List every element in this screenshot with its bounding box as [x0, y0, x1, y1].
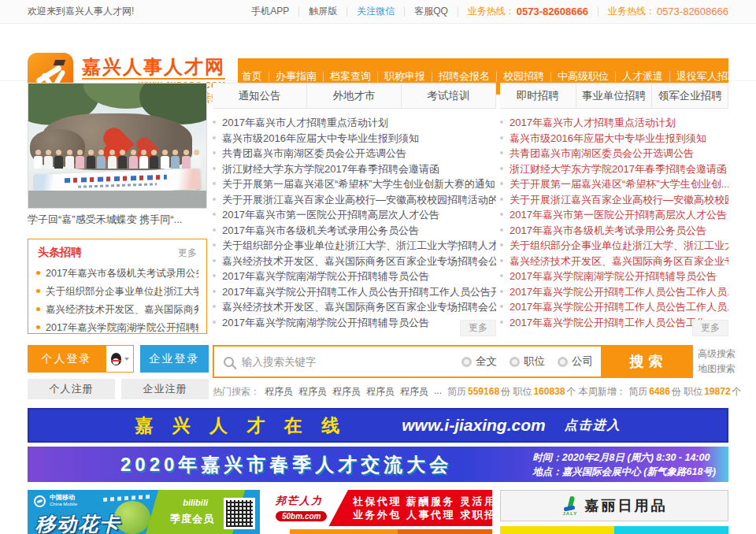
jobs-item[interactable]: 共青团嘉兴市南湖区委员会公开选调公告: [500, 146, 728, 161]
hot-search-term[interactable]: 程序员: [332, 385, 361, 399]
notice-item[interactable]: 2017年嘉兴学院公开招聘工作人员公告开招聘工作人员公告开...: [213, 284, 496, 300]
jobs-item[interactable]: 嘉兴经济技术开发区、嘉兴国际商务区百家企业专...: [500, 254, 728, 269]
nav-item[interactable]: 首页: [228, 69, 262, 83]
jobs-item[interactable]: 关于开展浙江嘉兴百家企业高校行—安徽高校校园...: [500, 192, 728, 208]
bangmang-services: 社保代理 薪酬服务 灵活用工 业务外包 人事代理 求职招聘: [353, 495, 492, 521]
hot-search-term[interactable]: 程序员: [265, 385, 293, 399]
topbar-link[interactable]: 客服QQ: [414, 5, 468, 18]
headline-item[interactable]: 嘉兴经济技术开发区、嘉兴国际商务...: [36, 301, 198, 319]
hot-search-term[interactable]: 程序员: [366, 385, 395, 399]
personal-register-button[interactable]: 个人注册: [28, 379, 115, 399]
jobs-tabs: 即时招聘事业单位招聘领军企业招聘: [500, 83, 728, 109]
personal-login-button[interactable]: 个人登录: [28, 345, 106, 373]
jobs-item[interactable]: 2017年嘉兴市各级机关考试录用公务员公告: [500, 223, 728, 239]
notice-item[interactable]: 浙江财经大学东方学院2017年春季招聘会邀请函: [213, 161, 496, 177]
jiaxing-talent-online-banner[interactable]: 嘉 兴 人 才 在 线 www.i-jiaxing.com 点击进入: [28, 408, 728, 443]
nav-item[interactable]: 校园招聘: [490, 69, 544, 83]
photo-caption[interactable]: 学子回“嘉”感受禾城蝶变 携手同“...: [28, 213, 209, 227]
hot-search-term[interactable]: 程序员: [400, 385, 428, 399]
map-search-link[interactable]: 地图搜索: [698, 362, 729, 376]
spring-job-fair-banner[interactable]: 2020年嘉兴市春季人才交流大会 时间：2020年2月8日 (周六) 8:30 …: [28, 447, 728, 482]
nav-item[interactable]: 退役军人招聘: [663, 69, 738, 83]
advanced-search-link[interactable]: 高级搜索: [698, 347, 729, 362]
nav-item[interactable]: 办事指南: [262, 69, 317, 83]
partial-ad: [500, 526, 728, 534]
ad-promo-text: 季度会员: [170, 512, 214, 526]
headline-item[interactable]: 关于组织部分企事业单位赴浙江大学...: [36, 283, 198, 301]
jobs-tab[interactable]: 即时招聘: [500, 83, 576, 109]
photo-people-row: [33, 150, 202, 169]
jobs-item[interactable]: 浙江财经大学东方学院2017年春季招聘会邀请函: [500, 161, 728, 177]
jobs-more-link[interactable]: 更多: [692, 320, 728, 336]
fair-info: 时间：2020年2月8日 (周六) 8:30 - 14:00 地点：嘉兴国际会展…: [532, 451, 716, 479]
site-stats: 简历559168份 职位160838个 本周新增： 简历6486份 职位1987…: [447, 385, 742, 399]
notice-item[interactable]: 2017年嘉兴市第一医院公开招聘高层次人才公告: [213, 207, 496, 223]
bangmang-url: 50bm.com: [276, 511, 327, 521]
notice-item[interactable]: 2017年嘉兴市各级机关考试录用公务员公告: [213, 223, 496, 239]
jobs-tab[interactable]: 事业单位招聘: [576, 83, 653, 109]
jaly-logo-icon: JALY: [561, 496, 579, 515]
topbar-link[interactable]: 触屏版: [309, 5, 357, 18]
ad-headline: 移动花卡: [35, 511, 120, 534]
ad-scribble: [103, 495, 150, 502]
logo-flag: [54, 60, 65, 65]
notice-item[interactable]: 关于开展第一届嘉兴港区“希望杯”大学生创业创新大赛的通知: [213, 176, 496, 192]
notice-tab[interactable]: 外地才市: [307, 83, 402, 109]
search-button[interactable]: 搜索: [601, 347, 691, 376]
search-input[interactable]: [242, 356, 449, 368]
nav-item[interactable]: 招聘会报名: [425, 69, 490, 83]
nav-item[interactable]: 职称申报: [371, 69, 425, 83]
news-photo[interactable]: [28, 83, 207, 209]
china-mobile-ad[interactable]: 中国移动 China Mobile bilibili 季度会员 移动花卡: [28, 490, 260, 534]
nav-item[interactable]: 中高级职位: [544, 69, 609, 83]
search-scope-radio[interactable]: 全文: [461, 354, 497, 369]
jobs-item[interactable]: 2017年嘉兴学院公开招聘工作人员公告工作人员...: [500, 284, 728, 300]
notice-item[interactable]: 关于开展浙江嘉兴百家企业高校行—安徽高校校园招聘活动的通...: [213, 192, 496, 208]
nav-item[interactable]: 档案查询: [317, 69, 371, 83]
banner-url: www.i-jiaxing.com: [402, 416, 545, 435]
jobs-item[interactable]: 关于开展第一届嘉兴港区“希望杯”大学生创业创...: [500, 176, 728, 192]
headline-list: 2017年嘉兴市各级机关考试录用公务...关于组织部分企事业单位赴浙江大学...…: [28, 263, 206, 337]
topbar-link[interactable]: 关注微信: [357, 5, 414, 18]
jobs-item[interactable]: 2017年嘉兴市第一医院公开招聘高层次人才公告: [500, 207, 728, 223]
headline-item[interactable]: 2017年嘉兴学院南湖学院公开招聘辅...: [36, 319, 198, 337]
search-scope-radio[interactable]: 公司: [558, 354, 593, 369]
hotline-number-2: 0573-82608666: [657, 6, 728, 17]
notice-item[interactable]: 关于组织部分企事业单位赴浙江大学、浙江工业大学招聘人才的...: [213, 238, 496, 254]
company-register-button[interactable]: 企业注册: [121, 379, 209, 399]
nav-item[interactable]: 人才派遣: [609, 69, 663, 83]
notice-item[interactable]: 嘉兴经济技术开发区、嘉兴国际商务区百家企业专场招聘会公告: [213, 299, 496, 315]
company-login-button[interactable]: 企业登录: [140, 345, 209, 373]
search-scopes: 全文职位公司: [449, 354, 593, 369]
headline-item[interactable]: 2017年嘉兴市各级机关考试录用公务...: [36, 265, 198, 283]
hot-search-term[interactable]: 程序员: [298, 385, 327, 399]
search-scope-radio[interactable]: 职位: [510, 354, 545, 369]
jobs-tab[interactable]: 领军企业招聘: [652, 83, 728, 109]
jaly-ad[interactable]: JALY 嘉丽日用品: [500, 490, 728, 521]
notice-more-link[interactable]: 更多: [460, 320, 496, 336]
notice-item[interactable]: 共青团嘉兴市南湖区委员会公开选调公告: [213, 146, 496, 161]
hotline-primary: 业务热线：0573-82608666: [468, 5, 588, 18]
notice-item[interactable]: 2017年嘉兴学院南湖学院公开招聘辅导员公告: [213, 269, 496, 284]
advanced-search-links: 高级搜索 地图搜索: [698, 347, 729, 376]
jobs-item[interactable]: 2017年嘉兴学院南湖学院公开招聘辅导员公告: [500, 269, 728, 284]
topbar-link[interactable]: 手机APP: [251, 5, 309, 18]
jobs-item[interactable]: 关于组织部分企事业单位赴浙江大学、浙江工业大...: [500, 238, 728, 254]
notice-item[interactable]: 嘉兴经济技术开发区、嘉兴国际商务区百家企业专场招聘会公告: [213, 254, 496, 269]
radio-icon: [461, 357, 472, 367]
jobs-item[interactable]: 2017年嘉兴学院公开招聘工作人员公告工作人员...: [500, 299, 728, 315]
notice-item[interactable]: 2017年嘉兴市人才招聘重点活动计划: [213, 115, 496, 131]
notice-panel: 通知公告外地才市考试培训 2017年嘉兴市人才招聘重点活动计划嘉兴市级2016年…: [213, 83, 496, 333]
bangmang-hr-ad[interactable]: 邦芒人力 50bm.com 社保代理 薪酬服务 灵活用工 业务外包 人事代理 求…: [268, 490, 492, 526]
notice-tab[interactable]: 通知公告: [213, 83, 307, 109]
notice-tab[interactable]: 考试培训: [402, 83, 496, 109]
jobs-item[interactable]: 2017年嘉兴市人才招聘重点活动计划: [500, 115, 728, 131]
headline-more-link[interactable]: 更多: [178, 247, 197, 260]
qq-login-dropdown[interactable]: [106, 345, 134, 373]
notice-item[interactable]: 2017年嘉兴学院南湖学院公开招聘辅导员公告: [213, 315, 496, 331]
hot-search-term[interactable]: ...: [434, 385, 442, 399]
divider: [598, 7, 598, 17]
jobs-item[interactable]: 嘉兴市级2016年应届大中专毕业生报到须知: [500, 131, 728, 146]
topbar: 欢迎来到嘉兴人事人才网! 手机APP触屏版关注微信客服QQ 业务热线：0573-…: [0, 0, 756, 24]
notice-item[interactable]: 嘉兴市级2016年应届大中专毕业生报到须知: [213, 131, 496, 146]
